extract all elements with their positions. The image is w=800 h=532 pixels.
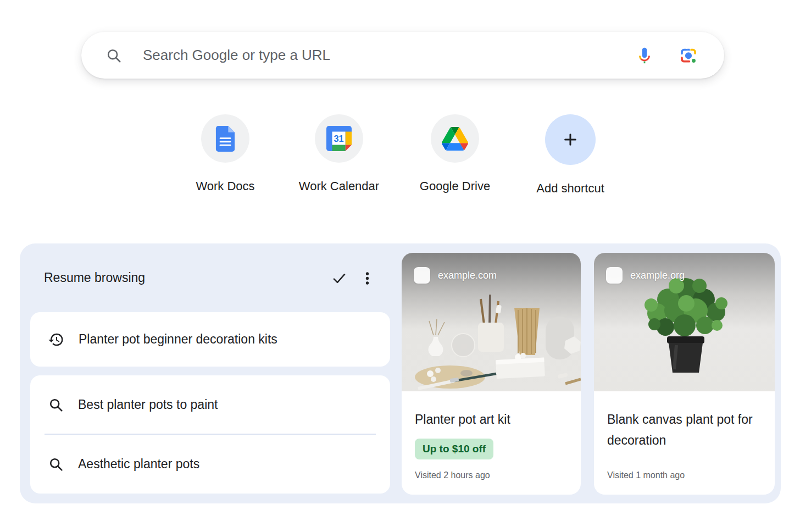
voice-search-icon[interactable] (635, 46, 654, 65)
visited-timestamp: Visited 2 hours ago (415, 470, 490, 480)
search-input[interactable] (142, 46, 610, 64)
site-domain: example.org (630, 270, 685, 281)
suggestion-search-aesthetic-pots[interactable]: Aesthetic planter pots (30, 435, 390, 493)
more-options-button[interactable] (359, 270, 375, 286)
shortcut-circle (431, 114, 479, 163)
suggestion-text: Best planter pots to paint (78, 397, 218, 412)
search-icon (48, 456, 64, 472)
suggestion-card: Planter pot beginner decoration kits (30, 312, 390, 367)
shortcut-label: Google Drive (404, 179, 505, 193)
check-icon (332, 271, 347, 286)
visited-page-card-art-kit[interactable]: example.com Planter pot art kit Up to $1… (402, 253, 581, 495)
resume-browsing-panel: Resume browsing (20, 243, 781, 503)
card-thumbnail-plant: example.org (594, 253, 775, 391)
history-icon (48, 331, 64, 348)
shortcut-label: Work Calendar (288, 179, 390, 193)
shortcut-work-calendar[interactable]: 31 Work Calendar (288, 114, 390, 193)
shortcut-label: Add shortcut (520, 181, 621, 196)
visited-page-card-plant-pot[interactable]: example.org Blank canvas plant pot for d… (594, 253, 775, 495)
add-shortcut-button[interactable]: Add shortcut (520, 114, 621, 196)
shortcut-work-docs[interactable]: Work Docs (175, 114, 276, 193)
shortcut-label: Work Docs (175, 179, 276, 193)
card-body: Planter pot art kit Up to $10 off Visite… (402, 391, 581, 495)
card-body: Blank canvas plant pot for decoration Vi… (594, 391, 775, 495)
suggestion-card: Best planter pots to paint Aesthetic pla… (30, 375, 390, 494)
suggestion-history-planter-kits[interactable]: Planter pot beginner decoration kits (30, 312, 390, 367)
plus-icon (562, 131, 579, 148)
google-docs-icon (215, 126, 235, 152)
search-icon (105, 47, 122, 64)
shortcut-google-drive[interactable]: Google Drive (404, 114, 505, 193)
site-favicon (414, 267, 430, 284)
site-domain: example.com (438, 270, 497, 281)
suggestion-search-best-pots[interactable]: Best planter pots to paint (30, 375, 390, 434)
new-tab-page: Work Docs 31 Work Calendar (0, 0, 800, 532)
search-bar[interactable] (81, 32, 724, 79)
google-drive-icon (442, 127, 468, 151)
panel-title: Resume browsing (44, 270, 145, 285)
card-thumbnail-art-supplies: example.com (402, 253, 581, 391)
add-shortcut-circle (545, 114, 596, 165)
google-lens-icon[interactable] (679, 46, 698, 65)
site-favicon (606, 267, 623, 284)
calendar-day-number: 31 (334, 134, 343, 143)
google-calendar-icon: 31 (326, 126, 352, 151)
visited-timestamp: Visited 1 month ago (607, 470, 685, 480)
shortcut-circle (201, 114, 249, 163)
search-icon (48, 397, 64, 413)
suggestion-text: Planter pot beginner decoration kits (79, 332, 277, 347)
discount-badge: Up to $10 off (415, 439, 493, 459)
done-button[interactable] (331, 270, 347, 286)
card-title: Blank canvas plant pot for decoration (607, 409, 762, 451)
kebab-icon (360, 271, 375, 286)
suggestion-text: Aesthetic planter pots (78, 457, 199, 472)
card-title: Planter pot art kit (415, 409, 568, 430)
shortcut-circle: 31 (315, 114, 363, 163)
